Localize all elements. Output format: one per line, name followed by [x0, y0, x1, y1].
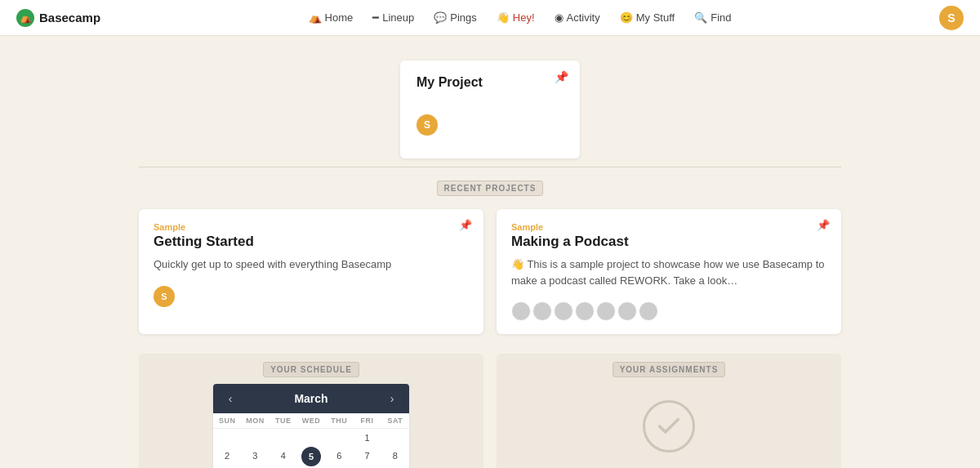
getting-started-card[interactable]: 📌 Sample Getting Started Quickly get up …: [139, 209, 483, 334]
main-content: 📌 My Project S RECENT PROJECTS 📌 Sample …: [122, 36, 858, 468]
cal-month: March: [294, 392, 327, 405]
cal-cell[interactable]: 8: [381, 447, 409, 466]
pings-icon: 💬: [434, 11, 447, 24]
schedule-section: YOUR SCHEDULE ‹ March › SUN MON TUE WED …: [139, 354, 483, 468]
podcast-pin[interactable]: 📌: [817, 219, 830, 231]
nav-lineup[interactable]: ━ Lineup: [364, 7, 422, 29]
cal-cell: [213, 429, 241, 447]
cal-cell: [381, 429, 409, 447]
nav-find-label: Find: [710, 11, 731, 24]
podcast-avatars: [511, 301, 826, 321]
getting-started-title: Getting Started: [154, 234, 469, 250]
podcast-avatar-6: [617, 301, 637, 321]
cal-cell: [297, 429, 325, 447]
cal-cell: [325, 429, 353, 447]
assignments-content: You don't have any assignments right now…: [497, 384, 841, 468]
nav-lineup-label: Lineup: [382, 11, 414, 24]
nav-activity[interactable]: ◉ Activity: [546, 7, 608, 29]
lineup-icon: ━: [372, 11, 379, 24]
home-icon: ⛺: [309, 11, 322, 24]
nav-mystuff-label: My Stuff: [636, 11, 675, 24]
cal-grid: 1234567891011121314151617181920212223242…: [213, 429, 409, 468]
getting-started-desc: Quickly get up to speed with everything …: [154, 256, 469, 273]
nav-pings[interactable]: 💬 Pings: [425, 7, 485, 29]
day-thu: THU: [325, 413, 353, 428]
cal-cell[interactable]: 3: [241, 447, 269, 466]
day-tue: TUE: [270, 413, 297, 428]
cal-cell[interactable]: 7: [353, 447, 381, 466]
nav-home-label: Home: [325, 11, 354, 24]
assignments-section: YOUR ASSIGNMENTS You don't have any assi…: [497, 354, 841, 468]
podcast-desc: 👋 This is a sample project to showcase h…: [511, 256, 826, 288]
nav-pings-label: Pings: [450, 11, 477, 24]
hey-icon: 👋: [497, 11, 510, 24]
activity-icon: ◉: [555, 11, 564, 24]
logo-icon: ⛺: [16, 9, 34, 27]
day-fri: FRI: [353, 413, 381, 428]
cal-prev-button[interactable]: ‹: [221, 390, 239, 408]
nav-find[interactable]: 🔍 Find: [686, 7, 739, 29]
calendar: ‹ March › SUN MON TUE WED THU FRI SAT: [213, 384, 409, 468]
assignments-label: YOUR ASSIGNMENTS: [612, 362, 726, 377]
recent-projects-row: 📌 Sample Getting Started Quickly get up …: [139, 209, 841, 334]
nav-hey[interactable]: 👋 Hey!: [488, 7, 543, 29]
day-mon: MON: [241, 413, 269, 428]
pin-icon[interactable]: 📌: [555, 70, 568, 83]
getting-started-pin[interactable]: 📌: [459, 219, 472, 231]
assignments-header: YOUR ASSIGNMENTS: [497, 354, 841, 384]
cal-next-button[interactable]: ›: [383, 390, 401, 408]
day-wed: WED: [297, 413, 325, 428]
podcast-avatar-3: [554, 301, 573, 321]
my-project-area: 📌 My Project S: [139, 60, 841, 158]
podcast-title: Making a Podcast: [511, 234, 826, 250]
recent-projects-label-area: RECENT PROJECTS: [139, 181, 841, 196]
divider: [139, 167, 841, 167]
podcast-tag: Sample: [511, 222, 826, 232]
my-project-avatar: S: [416, 114, 438, 136]
cal-cell[interactable]: 4: [270, 447, 297, 466]
find-icon: 🔍: [694, 11, 707, 24]
calendar-wrap: ‹ March › SUN MON TUE WED THU FRI SAT: [139, 384, 483, 468]
navigation: ⛺ Basecamp ⛺ Home ━ Lineup 💬 Pings 👋 Hey…: [0, 0, 980, 36]
cal-cell[interactable]: 2: [213, 447, 241, 466]
getting-started-tag: Sample: [154, 222, 469, 232]
podcast-card[interactable]: 📌 Sample Making a Podcast 👋 This is a sa…: [497, 209, 841, 334]
assignments-empty-text: You don't have any assignments right now…: [513, 464, 825, 468]
cal-days-header: SUN MON TUE WED THU FRI SAT: [213, 413, 409, 429]
getting-started-avatar: S: [154, 286, 175, 307]
logo-text: Basecamp: [39, 11, 100, 25]
podcast-avatar-5: [596, 301, 616, 321]
cal-cell: [270, 429, 297, 447]
nav-hey-label: Hey!: [513, 11, 535, 24]
logo[interactable]: ⛺ Basecamp: [16, 9, 100, 27]
podcast-avatar-1: [511, 301, 531, 321]
recent-projects-label: RECENT PROJECTS: [437, 181, 544, 196]
cal-header: ‹ March ›: [213, 384, 409, 413]
cal-cell[interactable]: 6: [325, 447, 353, 466]
checkmark-icon: [655, 412, 683, 440]
day-sun: SUN: [213, 413, 241, 428]
podcast-avatar-2: [532, 301, 552, 321]
day-sat: SAT: [381, 413, 409, 428]
schedule-label: YOUR SCHEDULE: [263, 362, 359, 377]
podcast-avatar-4: [575, 301, 595, 321]
cal-cell[interactable]: 1: [353, 429, 381, 447]
user-avatar[interactable]: S: [939, 6, 964, 30]
podcast-avatar-7: [639, 301, 658, 321]
bottom-row: YOUR SCHEDULE ‹ March › SUN MON TUE WED …: [139, 354, 841, 468]
cal-cell: [241, 429, 269, 447]
nav-links: ⛺ Home ━ Lineup 💬 Pings 👋 Hey! ◉ Activit…: [301, 7, 740, 29]
cal-cell[interactable]: 5: [301, 447, 321, 466]
nav-mystuff[interactable]: 😊 My Stuff: [612, 7, 683, 29]
my-project-title: My Project: [416, 75, 564, 90]
mystuff-icon: 😊: [620, 11, 633, 24]
nav-home[interactable]: ⛺ Home: [301, 7, 362, 29]
my-project-card[interactable]: 📌 My Project S: [400, 60, 580, 158]
nav-activity-label: Activity: [567, 11, 600, 24]
schedule-header: YOUR SCHEDULE: [139, 354, 483, 384]
check-circle-icon: [643, 400, 695, 452]
